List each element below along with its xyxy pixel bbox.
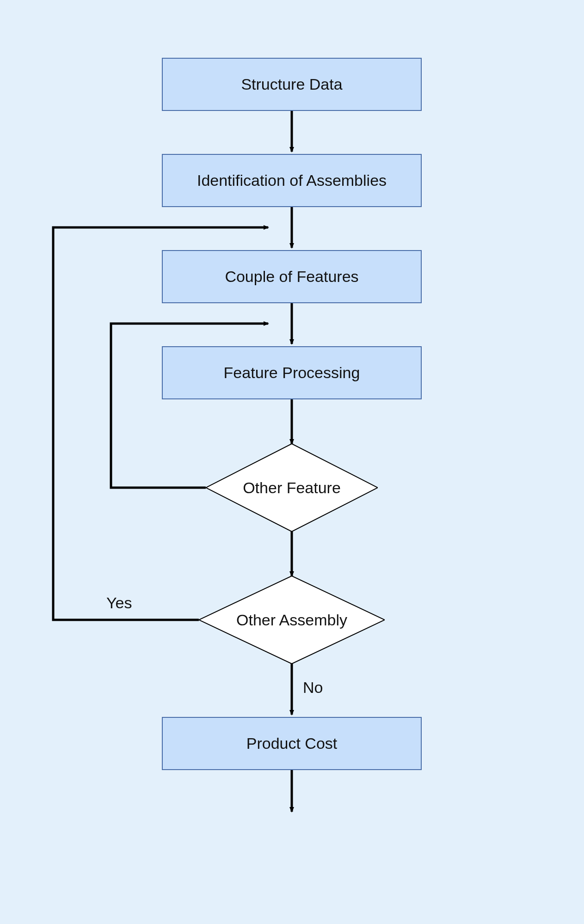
- node-label: Feature Processing: [224, 364, 360, 382]
- decision-other-feature: Other Feature: [206, 444, 378, 532]
- node-label: Couple of Features: [225, 268, 358, 286]
- flowchart-canvas: Structure Data Identification of Assembl…: [0, 0, 584, 924]
- node-label: Identification of Assemblies: [197, 171, 387, 190]
- decision-label: Other Feature: [243, 479, 341, 497]
- decision-other-assembly: Other Assembly: [199, 576, 385, 664]
- edge-label-yes: Yes: [106, 594, 132, 612]
- node-structure-data: Structure Data: [162, 58, 422, 111]
- node-identification: Identification of Assemblies: [162, 154, 422, 207]
- edge-label-no: No: [303, 679, 323, 697]
- node-couple-features: Couple of Features: [162, 250, 422, 303]
- node-label: Structure Data: [241, 75, 342, 93]
- node-feature-processing: Feature Processing: [162, 346, 422, 399]
- node-product-cost: Product Cost: [162, 717, 422, 770]
- decision-label: Other Assembly: [236, 611, 347, 629]
- node-label: Product Cost: [246, 734, 338, 753]
